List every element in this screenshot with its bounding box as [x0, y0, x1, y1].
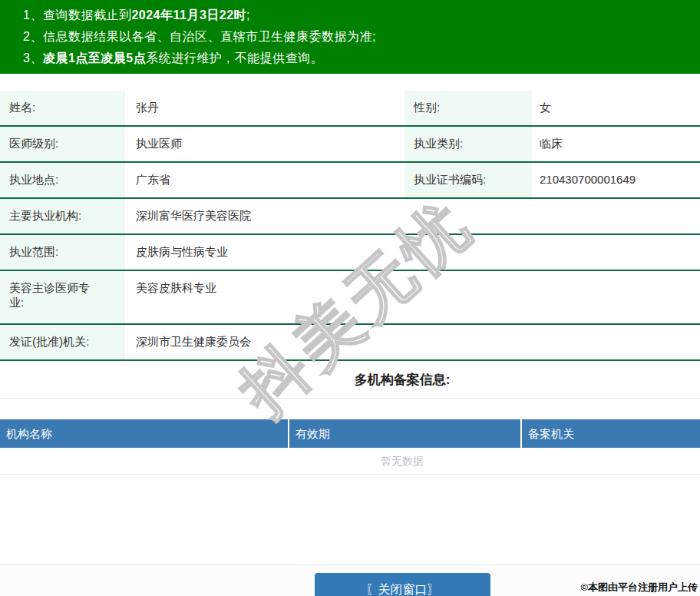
- field-label-doctor-level: 医师级别:: [0, 127, 125, 161]
- empty-data-message: 暂无数据: [0, 448, 700, 475]
- field-label-practice-category: 执业类别:: [404, 127, 532, 161]
- multi-org-table-header: 机构名称 有效期 备案机关: [0, 419, 700, 448]
- notice-bold-text: 2024年11月3日22时: [131, 8, 246, 22]
- field-label-gender: 性别:: [404, 91, 532, 125]
- table-row: 执业范围: 皮肤病与性病专业: [0, 235, 700, 271]
- field-label-certificate-number: 执业证书编码:: [404, 163, 532, 197]
- column-header-institution-name: 机构名称: [0, 419, 288, 448]
- table-row: 姓名: 张丹 性别: 女: [0, 91, 700, 127]
- field-value-practice-scope: 皮肤病与性病专业: [125, 235, 700, 270]
- field-value-doctor-level: 执业医师: [125, 127, 404, 161]
- field-value-gender: 女: [532, 91, 700, 125]
- notice-line: 1、查询数据截止到2024年11月3日22时;: [23, 5, 700, 26]
- field-value-certificate-number: 210430700001649: [532, 163, 700, 197]
- field-value-practice-location: 广东省: [125, 163, 404, 197]
- upload-stamp-text: ©本图由平台注册用户上传: [580, 581, 698, 594]
- field-label-practice-location: 执业地点:: [0, 163, 125, 197]
- multi-org-section-header: 多机构备案信息:: [0, 361, 700, 399]
- multi-org-title: 多机构备案信息:: [355, 372, 451, 387]
- notice-text: 查询数据截止到: [43, 8, 132, 22]
- table-row: 发证(批准)机关: 深圳市卫生健康委员会: [0, 325, 700, 361]
- notice-number: 3、: [23, 51, 43, 65]
- notice-number: 2、: [23, 30, 43, 43]
- doctor-info-table: 姓名: 张丹 性别: 女 医师级别: 执业医师 执业类别: 临床 执业地点: 广…: [0, 91, 700, 361]
- table-row: 医师级别: 执业医师 执业类别: 临床: [0, 127, 700, 163]
- column-header-validity-period: 有效期: [289, 419, 520, 448]
- field-value-main-institution: 深圳富华医疗美容医院: [125, 199, 700, 233]
- notice-line: 2、信息数据结果以各省、自治区、直辖市卫生健康委数据为准;: [23, 26, 700, 48]
- field-value-name: 张丹: [125, 91, 404, 125]
- close-window-button[interactable]: 〖关闭窗口〗: [315, 573, 490, 596]
- notice-text: 信息数据结果以各省、自治区、直辖市卫生健康委数据为准;: [43, 30, 376, 43]
- field-label-issuing-authority: 发证(批准)机关:: [0, 325, 125, 359]
- notice-banner: 1、查询数据截止到2024年11月3日22时; 2、信息数据结果以各省、自治区、…: [0, 0, 700, 74]
- field-label-practice-scope: 执业范围:: [0, 235, 125, 270]
- field-label-cosmetic-specialty: 美容主诊医师专业:: [0, 271, 125, 323]
- column-header-record-authority: 备案机关: [522, 419, 700, 448]
- notice-text: ;: [246, 8, 250, 22]
- table-row: 主要执业机构: 深圳富华医疗美容医院: [0, 199, 700, 235]
- notice-bold-text: 凌晨1点至凌晨5点: [43, 51, 146, 65]
- table-row: 执业地点: 广东省 执业证书编码: 210430700001649: [0, 163, 700, 199]
- notice-text: 系统进行维护，不能提供查询。: [146, 51, 323, 65]
- field-value-practice-category: 临床: [532, 127, 700, 161]
- field-value-issuing-authority: 深圳市卫生健康委员会: [125, 325, 700, 359]
- field-label-name: 姓名:: [0, 91, 125, 125]
- notice-line: 3、凌晨1点至凌晨5点系统进行维护，不能提供查询。: [23, 48, 700, 69]
- field-label-main-institution: 主要执业机构:: [0, 199, 125, 233]
- table-row: 美容主诊医师专业: 美容皮肤科专业: [0, 271, 700, 325]
- field-value-cosmetic-specialty: 美容皮肤科专业: [125, 271, 700, 323]
- notice-number: 1、: [23, 8, 43, 22]
